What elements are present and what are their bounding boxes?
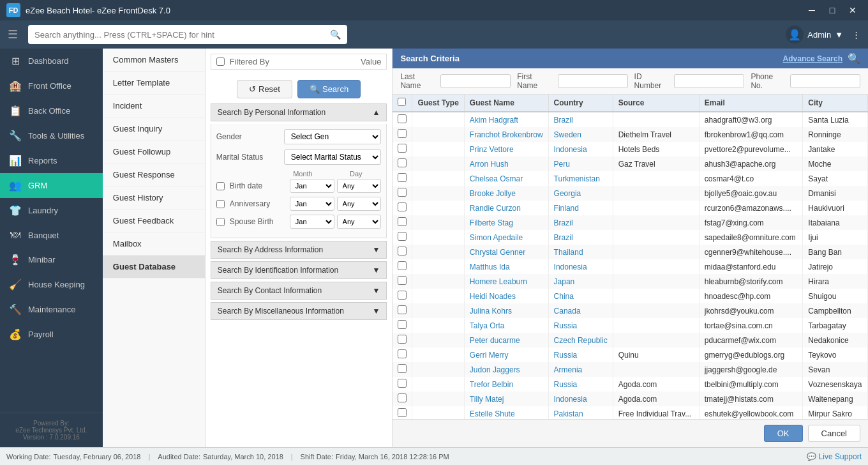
- row-checkbox[interactable]: [398, 261, 407, 270]
- global-search-box[interactable]: 🔍: [28, 25, 347, 44]
- row-checkbox-cell[interactable]: [393, 333, 412, 347]
- sidebar-item-tools-utilities[interactable]: 🔧 Tools & Utilities: [0, 123, 103, 148]
- masters-item-common-masters[interactable]: Common Masters: [103, 49, 205, 72]
- row-checkbox-cell[interactable]: [393, 201, 412, 215]
- last-name-input[interactable]: [440, 74, 511, 88]
- personal-info-header[interactable]: Search By Personal Information ▲: [211, 103, 387, 121]
- row-checkbox-cell[interactable]: [393, 156, 412, 171]
- masters-item-incident[interactable]: Incident: [103, 95, 205, 118]
- gender-select[interactable]: Select Gen Male Female: [284, 129, 382, 144]
- spouse-birth-checkbox[interactable]: [216, 218, 225, 226]
- row-guest-name[interactable]: Talya Orta: [464, 318, 548, 333]
- table-row[interactable]: Heidi Noades China hnoadesc@hp.com Shuig…: [393, 289, 867, 303]
- table-row[interactable]: Arron Hush Peru Gaz Travel ahush3@apache…: [393, 156, 867, 171]
- table-row[interactable]: Julina Kohrs Canada jkohrsd@youku.com Ca…: [393, 303, 867, 318]
- live-support-button[interactable]: 💬 Live Support: [807, 452, 862, 461]
- maximize-button[interactable]: □: [823, 3, 841, 17]
- sidebar-item-minibar[interactable]: 🍷 Minibar: [0, 247, 103, 272]
- row-checkbox[interactable]: [398, 276, 407, 285]
- row-guest-name[interactable]: Filberte Stag: [464, 215, 548, 230]
- row-checkbox[interactable]: [398, 114, 407, 123]
- row-checkbox-cell[interactable]: [393, 245, 412, 259]
- phone-input[interactable]: [790, 74, 860, 88]
- row-guest-name[interactable]: Randie Curzon: [464, 201, 548, 215]
- row-checkbox[interactable]: [398, 291, 407, 300]
- table-row[interactable]: Randie Curzon Finland rcurzon6@amazonaws…: [393, 201, 867, 215]
- row-checkbox-cell[interactable]: [393, 215, 412, 230]
- masters-item-guest-database[interactable]: Guest Database: [103, 255, 205, 278]
- row-guest-name[interactable]: Julina Kohrs: [464, 303, 548, 318]
- row-checkbox[interactable]: [398, 173, 407, 182]
- sidebar-item-reports[interactable]: 📊 Reports: [0, 148, 103, 173]
- masters-item-guest-feedback[interactable]: Guest Feedback: [103, 210, 205, 232]
- row-guest-name[interactable]: Judon Jaggers: [464, 362, 548, 377]
- sidebar-item-front-office[interactable]: 🏨 Front Office: [0, 73, 103, 98]
- row-guest-name[interactable]: Trefor Belbin: [464, 377, 548, 392]
- id-number-input[interactable]: [674, 74, 744, 88]
- reset-button[interactable]: ↺ Reset: [237, 80, 292, 98]
- table-row[interactable]: Trefor Belbin Russia Agoda.com tbelbini@…: [393, 377, 867, 392]
- table-row[interactable]: Prinz Vettore Indonesia Hotels Beds pvet…: [393, 142, 867, 156]
- row-checkbox-cell[interactable]: [393, 230, 412, 245]
- identification-info-header[interactable]: Search By Identification Information ▼: [211, 261, 387, 279]
- row-guest-name[interactable]: Arron Hush: [464, 156, 548, 171]
- sidebar-item-grm[interactable]: 👥 GRM: [0, 173, 103, 198]
- row-guest-name[interactable]: Prinz Vettore: [464, 142, 548, 156]
- hamburger-icon[interactable]: ☰: [8, 27, 18, 42]
- advance-search-link[interactable]: Advance Search: [783, 54, 842, 63]
- row-checkbox-cell[interactable]: [393, 186, 412, 201]
- minimize-button[interactable]: ─: [803, 3, 821, 17]
- cancel-button[interactable]: Cancel: [808, 425, 860, 442]
- sidebar-item-laundry[interactable]: 👕 Laundry: [0, 198, 103, 223]
- anniversary-day-select[interactable]: Any12: [337, 197, 382, 211]
- masters-item-guest-response[interactable]: Guest Response: [103, 164, 205, 187]
- table-row[interactable]: Judon Jaggers Armenia jjaggersh@google.d…: [393, 362, 867, 377]
- row-checkbox-cell[interactable]: [393, 289, 412, 303]
- birth-month-select[interactable]: JanFebMar: [290, 179, 334, 193]
- row-checkbox[interactable]: [398, 217, 407, 226]
- sidebar-item-housekeeping[interactable]: 🧹 House Keeping: [0, 272, 103, 297]
- masters-item-guest-inquiry[interactable]: Guest Inquiry: [103, 118, 205, 141]
- table-row[interactable]: Filberte Stag Brazil fstag7@xing.com Ita…: [393, 215, 867, 230]
- sidebar-item-maintenance[interactable]: 🔨 Maintenance: [0, 297, 103, 322]
- row-checkbox-cell[interactable]: [393, 171, 412, 186]
- masters-item-guest-followup[interactable]: Guest Followup: [103, 141, 205, 164]
- spouse-day-select[interactable]: Any12: [337, 215, 382, 229]
- row-guest-name[interactable]: Chrystal Genner: [464, 245, 548, 259]
- row-checkbox-cell[interactable]: [393, 127, 412, 142]
- sidebar-item-banquet[interactable]: 🍽 Banquet: [0, 223, 103, 247]
- masters-item-letter-template[interactable]: Letter Template: [103, 72, 205, 95]
- close-button[interactable]: ✕: [844, 3, 862, 17]
- table-row[interactable]: Homere Leaburn Japan hleaburnb@storify.c…: [393, 274, 867, 289]
- sidebar-item-payroll[interactable]: 💰 Payroll: [0, 322, 103, 347]
- row-checkbox[interactable]: [398, 349, 407, 358]
- table-row[interactable]: Matthus Ida Indonesia midaa@stanford.edu…: [393, 259, 867, 274]
- search-button[interactable]: 🔍 Search: [297, 80, 361, 98]
- marital-select[interactable]: Select Marital Status Single Married: [284, 149, 382, 165]
- row-checkbox-cell[interactable]: [393, 259, 412, 274]
- row-checkbox[interactable]: [398, 393, 407, 402]
- row-checkbox[interactable]: [398, 408, 407, 417]
- global-search-input[interactable]: [34, 30, 330, 40]
- table-row[interactable]: Franchot Brokenbrow Sweden Diethelm Trav…: [393, 127, 867, 142]
- row-guest-name[interactable]: Chelsea Osmar: [464, 171, 548, 186]
- sidebar-item-dashboard[interactable]: ⊞ Dashboard: [0, 49, 103, 73]
- row-checkbox[interactable]: [398, 379, 407, 388]
- anniversary-checkbox[interactable]: [216, 200, 225, 208]
- row-guest-name[interactable]: Heidi Noades: [464, 289, 548, 303]
- row-checkbox[interactable]: [398, 144, 407, 153]
- table-row[interactable]: Simon Apedaile Brazil sapedaile8@omnitur…: [393, 230, 867, 245]
- table-row[interactable]: Talya Orta Russia tortae@sina.com.cn Tar…: [393, 318, 867, 333]
- row-guest-name[interactable]: Akim Hadgraft: [464, 112, 548, 127]
- row-checkbox-cell[interactable]: [393, 318, 412, 333]
- row-checkbox[interactable]: [398, 335, 407, 344]
- masters-item-mailbox[interactable]: Mailbox: [103, 232, 205, 255]
- row-checkbox[interactable]: [398, 305, 407, 314]
- miscellaneous-info-header[interactable]: Search By Miscellaneous Information ▼: [211, 302, 387, 320]
- filter-checkbox[interactable]: [216, 57, 225, 66]
- sidebar-item-back-office[interactable]: 📋 Back Office: [0, 98, 103, 123]
- row-checkbox[interactable]: [398, 232, 407, 241]
- table-row[interactable]: Akim Hadgraft Brazil ahadgraft0@w3.org S…: [393, 112, 867, 127]
- contact-info-header[interactable]: Search By Contact Information ▼: [211, 282, 387, 300]
- row-checkbox[interactable]: [398, 320, 407, 329]
